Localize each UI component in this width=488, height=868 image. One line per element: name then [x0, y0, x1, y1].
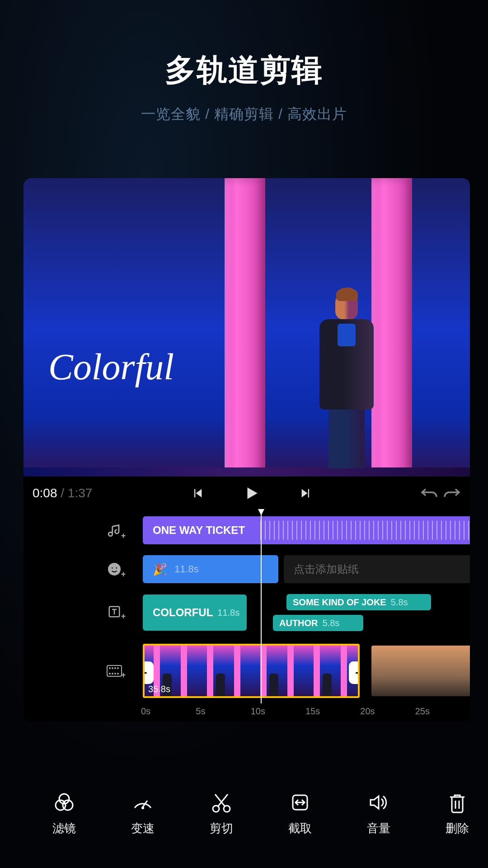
- crop-icon: [288, 791, 312, 814]
- add-music-button[interactable]: +: [103, 523, 126, 538]
- svg-rect-4: [107, 665, 122, 676]
- video-clip-duration: 35.8s: [148, 684, 170, 694]
- scissors-icon: [210, 791, 233, 814]
- volume-icon: [367, 791, 390, 814]
- ruler-tick: 20s: [360, 706, 415, 717]
- tool-label: 截取: [288, 821, 312, 836]
- page-title: 多轨道剪辑: [0, 50, 488, 91]
- prev-button[interactable]: [184, 487, 211, 500]
- editor-panel: Colorful 0:08 / 1:37: [23, 178, 470, 722]
- music-clip-title: ONE WAY TICKET: [153, 524, 245, 537]
- svg-point-17: [141, 807, 144, 809]
- undo-icon: [420, 486, 438, 499]
- next-button[interactable]: [292, 487, 319, 500]
- sticker-placeholder-text: 点击添加贴纸: [294, 562, 359, 576]
- text-icon: [108, 605, 121, 618]
- filter-tool[interactable]: 滤镜: [42, 791, 87, 836]
- undo-button[interactable]: [420, 486, 438, 501]
- tool-label: 剪切: [210, 821, 233, 836]
- timeline[interactable]: + ONE WAY TICKET + 🎉 11.8s 点: [23, 510, 470, 722]
- music-track: + ONE WAY TICKET: [23, 516, 470, 544]
- tool-label: 删除: [446, 821, 469, 836]
- redo-button[interactable]: [443, 486, 461, 501]
- text-clip-main[interactable]: COLORFUL 11.8s: [143, 594, 247, 631]
- preview-decor: [225, 178, 265, 476]
- clip-add-left[interactable]: +: [143, 661, 154, 684]
- crop-tool[interactable]: 截取: [277, 791, 323, 836]
- trash-icon: [446, 791, 469, 814]
- emoji-icon: [107, 562, 122, 576]
- waveform: [260, 521, 470, 540]
- page-subtitle: 一览全貌 / 精确剪辑 / 高效出片: [0, 104, 488, 124]
- svg-point-2: [116, 567, 117, 569]
- timecode: 0:08 / 1:37: [33, 486, 92, 500]
- svg-point-1: [111, 567, 113, 569]
- ruler-tick: 0s: [141, 706, 196, 717]
- svg-point-5: [109, 668, 111, 669]
- time-ruler: 0s 5s 10s 15s 20s 25s: [23, 703, 470, 722]
- preview-decor: [371, 178, 412, 476]
- svg-point-12: [117, 673, 119, 675]
- sticker-clip[interactable]: 🎉 11.8s: [143, 555, 278, 583]
- text-clip-label: AUTHOR: [279, 618, 318, 628]
- preview-decor: [331, 292, 374, 468]
- text-clip-duration: 5.8s: [391, 597, 408, 608]
- video-clip[interactable]: [371, 646, 470, 696]
- sticker-duration: 11.8s: [174, 563, 199, 575]
- playhead[interactable]: [261, 510, 262, 703]
- add-video-button[interactable]: +: [103, 665, 126, 677]
- svg-point-11: [115, 673, 116, 675]
- svg-point-7: [115, 668, 116, 669]
- video-clip-selected[interactable]: + 35.8s +: [143, 644, 360, 698]
- speed-tool[interactable]: 变速: [120, 791, 165, 836]
- play-icon: [243, 485, 260, 502]
- video-track: + + 35.8s +: [23, 642, 470, 700]
- skip-next-icon: [300, 487, 312, 500]
- tool-label: 音量: [367, 821, 390, 836]
- preview-decor: [23, 467, 470, 476]
- current-time: 0:08: [33, 486, 57, 500]
- svg-point-8: [117, 668, 119, 669]
- text-clip-label: SOME KIND OF JOKE: [293, 597, 386, 608]
- ruler-tick: 10s: [251, 706, 305, 717]
- total-time: 1:37: [68, 486, 93, 500]
- svg-point-10: [112, 673, 113, 675]
- ruler-tick: 25s: [415, 706, 470, 717]
- delete-tool[interactable]: 删除: [435, 791, 480, 836]
- music-clip[interactable]: ONE WAY TICKET: [143, 516, 470, 544]
- ruler-tick: 5s: [196, 706, 250, 717]
- skip-prev-icon: [191, 487, 204, 500]
- filter-icon: [52, 791, 76, 814]
- text-track: + COLORFUL 11.8s SOME KIND OF JOKE 5.8s …: [23, 594, 470, 631]
- play-button[interactable]: [211, 485, 292, 502]
- redo-icon: [443, 486, 461, 499]
- add-text-button[interactable]: +: [103, 605, 126, 618]
- tool-label: 变速: [131, 821, 155, 836]
- ruler-tick: 15s: [305, 706, 360, 717]
- text-clip-duration: 5.8s: [323, 618, 340, 628]
- svg-point-0: [108, 563, 121, 576]
- clip-add-right[interactable]: +: [349, 661, 360, 684]
- text-clip-duration: 11.8s: [217, 608, 239, 618]
- volume-tool[interactable]: 音量: [356, 791, 401, 836]
- tool-label: 滤镜: [52, 821, 76, 836]
- video-preview[interactable]: Colorful: [23, 178, 470, 476]
- text-clip[interactable]: AUTHOR 5.8s: [273, 615, 363, 631]
- text-clip-label: COLORFUL: [153, 606, 213, 619]
- tool-bar: 滤镜 变速 剪切 截取 音量 删除: [23, 791, 488, 836]
- speed-icon: [131, 791, 155, 814]
- add-sticker-button[interactable]: +: [103, 562, 126, 576]
- text-clip[interactable]: SOME KIND OF JOKE 5.8s: [286, 594, 431, 610]
- add-sticker-placeholder[interactable]: 点击添加贴纸: [284, 555, 470, 583]
- sticker-track: + 🎉 11.8s 点击添加贴纸: [23, 555, 470, 583]
- transport-bar: 0:08 / 1:37: [23, 476, 470, 510]
- sticker-emoji: 🎉: [153, 562, 167, 576]
- music-icon: [107, 523, 122, 538]
- preview-text-overlay: Colorful: [48, 346, 174, 388]
- svg-point-9: [109, 673, 111, 675]
- svg-point-6: [112, 668, 113, 669]
- cut-tool[interactable]: 剪切: [199, 791, 244, 836]
